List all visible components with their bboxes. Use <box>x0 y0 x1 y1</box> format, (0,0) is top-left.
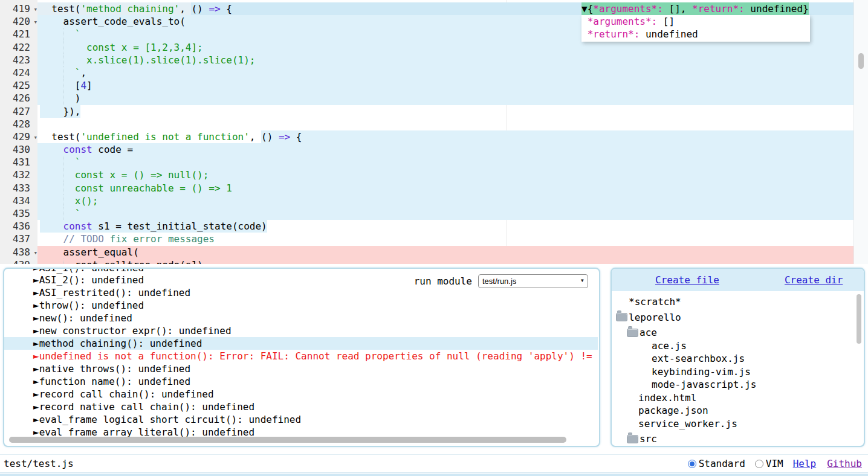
code-line[interactable]: ` <box>37 156 853 169</box>
indent-guide <box>63 259 63 264</box>
code-token: ` <box>75 28 81 40</box>
code-line[interactable]: ) <box>37 92 853 105</box>
test-result-row[interactable]: ►throw(): undefined <box>4 299 598 312</box>
code-token: *arguments*: <box>593 3 663 14</box>
code-line[interactable]: ` <box>37 207 853 220</box>
indent-guide <box>63 66 63 79</box>
file-panel-scrollbar-thumb[interactable] <box>857 294 861 344</box>
code-token <box>40 220 63 232</box>
test-result-row[interactable]: ►record native call chain(): undefined <box>4 400 598 413</box>
code-line[interactable]: // TODO fix error messages <box>37 233 853 245</box>
file-tree-file[interactable]: ext-searchbox.js <box>612 352 864 365</box>
code-line[interactable]: `, <box>37 66 853 79</box>
create-file-link[interactable]: Create file <box>655 274 719 286</box>
file-tree-file[interactable]: keybinding-vim.js <box>612 365 864 379</box>
test-result-row[interactable]: ►new constructor expr(): undefined <box>4 324 598 337</box>
fold-arrow-icon[interactable]: ▾ <box>33 246 37 259</box>
folder-icon <box>627 436 638 443</box>
test-result-row[interactable]: ►ASI_1(): undefined <box>4 269 598 274</box>
code-token: [], <box>663 3 692 14</box>
console-horizontal-scrollbar-thumb[interactable] <box>9 437 566 443</box>
github-link[interactable]: Github <box>827 458 862 469</box>
code-token <box>40 143 63 156</box>
file-panel-header: Create file Create dir <box>612 269 864 291</box>
keyboard-mode-vim-radio[interactable] <box>755 460 763 468</box>
status-bar: test/test.js Standard VIM Help Github <box>0 454 868 473</box>
file-name: package.json <box>638 404 708 417</box>
code-line[interactable]: [4] <box>37 79 853 92</box>
code-token: => <box>209 3 220 14</box>
inspector-property-row[interactable]: *arguments*: [] <box>581 15 810 28</box>
code-token: x(); <box>75 195 99 207</box>
file-tree-file[interactable]: package.json <box>612 404 864 417</box>
code-line[interactable]: const s1 = test_initial_state(code) <box>37 220 853 233</box>
fold-arrow-icon[interactable]: ▾ <box>33 3 37 16</box>
code-token <box>40 207 75 220</box>
code-token: test( <box>40 2 80 15</box>
code-token: }), <box>40 106 80 117</box>
inspector-header-row[interactable]: ▼{*arguments*: [], *return*: undefined} <box>581 2 809 15</box>
clipped-test-result: ►ASI_1(): undefined <box>33 269 144 274</box>
code-token <box>40 156 75 169</box>
fold-arrow-icon[interactable]: ▾ <box>33 131 37 144</box>
file-tree-folder[interactable]: ace <box>612 326 864 339</box>
editor-scrollbar-thumb[interactable] <box>858 53 864 69</box>
test-result-row[interactable]: ►method chaining(): undefined <box>4 337 598 350</box>
code-token: root_calltree_node(s1), <box>40 259 209 264</box>
code-token <box>40 169 75 181</box>
keyboard-mode-standard-radio[interactable] <box>688 460 696 468</box>
inspector-property-row[interactable]: *return*: undefined <box>581 28 810 40</box>
test-result-row[interactable]: ►native throws(): undefined <box>4 362 598 375</box>
code-line[interactable]: const x = () => null(); <box>37 169 853 181</box>
code-line[interactable]: const code = <box>37 143 853 156</box>
indent-guide <box>63 156 63 169</box>
file-tree-file[interactable]: ace.js <box>612 339 864 353</box>
code-token: const x = () => null(); <box>75 169 209 181</box>
line-number: 423 <box>0 54 37 66</box>
file-tree-file[interactable]: *scratch* <box>612 295 864 309</box>
code-token: 'undefined is not a function' <box>80 130 249 143</box>
create-dir-link[interactable]: Create dir <box>785 274 843 286</box>
help-link[interactable]: Help <box>793 458 817 469</box>
editor-scrollbar-track[interactable] <box>853 0 868 264</box>
code-line[interactable]: const unreachable = () => 1 <box>37 182 853 195</box>
code-token: assert_equal( <box>40 246 139 259</box>
line-number: 426 <box>0 92 37 105</box>
run-module-select[interactable]: test/run.js <box>478 274 588 288</box>
test-result-row[interactable]: ►new(): undefined <box>4 312 598 324</box>
code-line[interactable]: test('undefined is not a function', () =… <box>37 130 853 143</box>
code-line[interactable] <box>37 118 853 130</box>
code-line[interactable]: }), <box>37 105 853 118</box>
file-tree-folder[interactable]: leporello <box>612 311 864 324</box>
file-name: *scratch* <box>629 295 681 309</box>
file-tree-file[interactable]: ast_utils.js <box>612 446 864 448</box>
code-token: () <box>191 3 209 14</box>
code-line[interactable]: x(); <box>37 195 853 207</box>
code-token <box>40 28 75 40</box>
line-number: 432 <box>0 169 37 181</box>
test-result-row[interactable]: ►undefined is not a function(): Error: F… <box>4 350 598 362</box>
value-inspector-tooltip: ▼{*arguments*: [], *return*: undefined} … <box>581 2 810 42</box>
file-tree-file[interactable]: mode-javascript.js <box>612 378 864 391</box>
line-number: 428 <box>0 118 37 130</box>
test-result-row[interactable]: ►eval_frame logical short circuit(): und… <box>4 413 598 426</box>
file-tree-folder[interactable]: src <box>612 433 864 446</box>
code-editor[interactable]: test('method chaining', () => { assert_c… <box>0 0 868 264</box>
code-line[interactable]: assert_equal( <box>37 246 853 259</box>
test-result-row[interactable]: ►record call chain(): undefined <box>4 388 598 400</box>
code-line[interactable]: root_calltree_node(s1), <box>37 259 853 264</box>
line-number: 429▾ <box>0 130 37 143</box>
file-tree-file[interactable]: service_worker.js <box>612 417 864 431</box>
line-number: 431 <box>0 156 37 169</box>
code-line[interactable]: const x = [1,2,3,4]; <box>37 41 853 54</box>
fold-arrow-icon[interactable]: ▾ <box>33 16 37 28</box>
test-result-row[interactable]: ►ASI_restrited(): undefined <box>4 286 598 299</box>
code-line[interactable]: x.slice(1).slice(1).slice(1); <box>37 54 853 66</box>
file-tree-file[interactable]: index.html <box>612 391 864 405</box>
file-name: ast_utils.js <box>652 446 722 448</box>
file-name: index.html <box>638 391 696 405</box>
file-name: ace.js <box>652 339 687 353</box>
test-result-row[interactable]: ►function name(): undefined <box>4 375 598 388</box>
code-token: ` <box>75 66 81 79</box>
line-number-gutter[interactable]: 419▾420▾421422423424425426427428429▾4304… <box>0 0 37 264</box>
